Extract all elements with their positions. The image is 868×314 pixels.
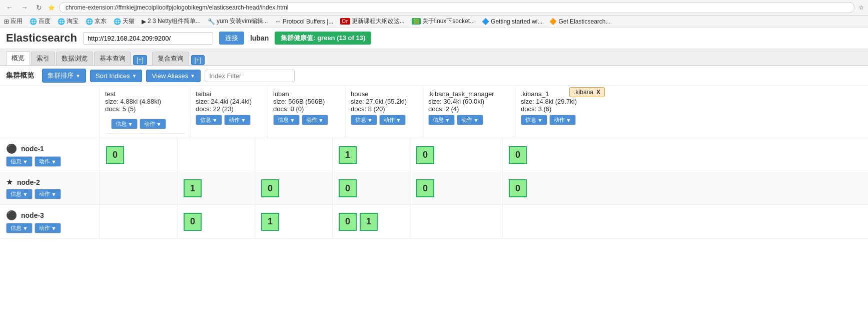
luban-action-button[interactable]: 动作 ▼ <box>302 115 328 125</box>
bookmark-protobuf[interactable]: ↔ Protocol Buffers |... <box>275 18 334 25</box>
index-col-house: house size: 27.6ki (55.2ki)docs: 8 (20) … <box>346 86 423 138</box>
bookmark-yum[interactable]: 🔧 yum 安装vim编辑... <box>208 17 268 26</box>
bookmark-jd[interactable]: 🌐 京东 <box>86 17 107 26</box>
house-action-button[interactable]: 动作 ▼ <box>379 115 406 125</box>
baidu-icon: 🌐 <box>30 18 37 25</box>
getting-started-icon: 🔷 <box>482 18 489 25</box>
kibana-tooltip-close[interactable]: X <box>596 89 600 96</box>
apps-icon: ⊞ <box>4 18 9 25</box>
shard-box: 0 <box>339 179 357 197</box>
bookmark-yum-label: yum 安装vim编辑... <box>217 17 268 26</box>
tab-compound-query-plus[interactable]: [+] <box>191 55 205 65</box>
node-1-shard-test: 0 <box>100 138 178 172</box>
node-2-action-button[interactable]: 动作 ▼ <box>35 189 61 199</box>
index-meta-luban: size: 566B (566B)docs: 0 (0) <box>273 98 340 113</box>
index-col-luban: luban size: 566B (566B)docs: 0 (0) 信息 ▼ … <box>268 86 346 138</box>
bookmark-course[interactable]: On 更新课程大纲改这... <box>340 17 404 26</box>
bookmark-baidu[interactable]: 🌐 百度 <box>30 17 51 26</box>
node-1-circle-icon: ⚫ <box>6 143 17 154</box>
node-1-btn-group: 信息 ▼ 动作 ▼ <box>6 156 94 167</box>
taibai-info-button[interactable]: 信息 ▼ <box>196 115 222 125</box>
luban-info-button[interactable]: 信息 ▼ <box>273 115 300 125</box>
node-1-info-button[interactable]: 信息 ▼ <box>6 156 33 167</box>
index-meta-house: size: 27.6ki (55.2ki)docs: 8 (20) <box>351 98 418 113</box>
node-1-action-arrow: ▼ <box>51 159 57 165</box>
sort-indices-button[interactable]: Sort Indices ▼ <box>90 70 143 82</box>
yum-icon: 🔧 <box>208 18 215 25</box>
bookmark-jd-label: 京东 <box>95 17 107 26</box>
house-info-arrow: ▼ <box>367 117 373 123</box>
bookmark-tmall[interactable]: 🌐 天猫 <box>114 17 135 26</box>
tab-compound-query[interactable]: 复合查询 <box>152 52 189 65</box>
bookmark-tmall-label: 天猫 <box>123 17 135 26</box>
bookmark-getting-started-label: Getting started wi... <box>491 18 542 25</box>
node-1-action-button[interactable]: 动作 ▼ <box>35 156 61 167</box>
bookmark-netty-label: 2 3 Netty组件简单... <box>148 17 201 26</box>
shard-box: 0 <box>416 179 434 197</box>
bookmark-socket[interactable]: 🟩 关于linux下socket... <box>412 17 475 26</box>
node-2-shard-kibana-task: 0 <box>410 172 503 204</box>
node-1-shard-kibana-task: 0 <box>410 138 503 172</box>
back-button[interactable]: ← <box>4 3 15 13</box>
view-aliases-button[interactable]: View Aliases ▼ <box>146 70 201 82</box>
cluster-sort-button[interactable]: 集群排序 ▼ <box>42 69 86 83</box>
node-3-shard-taibai: 0 <box>178 205 255 238</box>
nav-tabs: 概览 索引 数据浏览 基本查询 [+] 复合查询 [+] <box>0 49 868 66</box>
test-action-button[interactable]: 动作 ▼ <box>140 119 166 129</box>
view-aliases-arrow: ▼ <box>190 73 195 79</box>
tab-overview[interactable]: 概览 <box>6 51 30 65</box>
shard-box: 1 <box>360 213 378 231</box>
node-1-shard-house: 1 <box>333 138 410 172</box>
kibana1-action-button[interactable]: 动作 ▼ <box>549 115 576 125</box>
house-info-button[interactable]: 信息 ▼ <box>351 115 377 125</box>
bookmark-apps-label: 应用 <box>11 17 23 26</box>
node-row-3: ⚫ node-3 信息 ▼ 动作 ▼ 0 1 <box>0 205 868 239</box>
node-2-info-arrow: ▼ <box>23 191 28 197</box>
index-filter-input[interactable] <box>205 70 295 82</box>
indices-header-row: test size: 4.88ki (4.88ki)docs: 5 (5) 信息… <box>0 86 868 138</box>
bookmark-taobao[interactable]: 🌐 淘宝 <box>58 17 79 26</box>
node-2-shard-house: 0 <box>333 172 410 204</box>
taobao-icon: 🌐 <box>58 18 65 25</box>
node-2-info-button[interactable]: 信息 ▼ <box>6 189 33 199</box>
kibana-task-info-button[interactable]: 信息 ▼ <box>428 115 455 125</box>
index-meta-kibana1: size: 14.8ki (29.7ki)docs: 3 (6) <box>521 98 601 113</box>
connect-button[interactable]: 连接 <box>219 32 244 45</box>
taibai-action-button[interactable]: 动作 ▼ <box>224 115 251 125</box>
index-col-taibai: taibai size: 24.4ki (24.4ki)docs: 22 (23… <box>191 86 268 138</box>
tab-index[interactable]: 索引 <box>31 52 55 65</box>
bookmark-star[interactable]: ☆ <box>858 4 864 11</box>
kibana-task-action-button[interactable]: 动作 ▼ <box>457 115 483 125</box>
view-aliases-label: View Aliases <box>152 72 188 80</box>
shard-box: 1 <box>184 179 202 197</box>
protobuf-icon: ↔ <box>275 18 281 25</box>
course-icon: On <box>340 18 350 25</box>
bookmark-getting-started[interactable]: 🔷 Getting started wi... <box>482 18 542 25</box>
tab-basic-query[interactable]: 基本查询 <box>94 52 131 65</box>
node-2-action-arrow: ▼ <box>51 191 57 197</box>
kibana-tooltip-label: .kibana <box>574 89 593 96</box>
bookmark-get-elastic[interactable]: 🔶 Get Elasticsearch... <box>549 18 610 25</box>
test-info-button[interactable]: 信息 ▼ <box>111 119 138 129</box>
bookmark-netty[interactable]: ▶ 2 3 Netty组件简单... <box>142 17 201 26</box>
node-3-header: ⚫ node-3 <box>6 210 94 221</box>
bookmark-apps[interactable]: ⊞ 应用 <box>4 17 23 26</box>
jd-icon: 🌐 <box>86 18 93 25</box>
kibana1-info-button[interactable]: 信息 ▼ <box>521 115 547 125</box>
tab-basic-query-plus[interactable]: [+] <box>133 55 147 65</box>
netty-icon: ▶ <box>142 18 146 25</box>
node-3-info-button[interactable]: 信息 ▼ <box>6 223 33 233</box>
taibai-action-arrow: ▼ <box>241 117 246 123</box>
luban-action-arrow: ▼ <box>318 117 324 123</box>
browser-url[interactable]: chrome-extension://ffmkiejjmecoipliooifp… <box>59 2 854 13</box>
node-1-shard-kibana1: 0 <box>503 138 593 172</box>
node-3-name: node-3 <box>21 211 44 219</box>
node-3-action-button[interactable]: 动作 ▼ <box>35 223 61 233</box>
reload-button[interactable]: ↻ <box>34 3 44 13</box>
tab-data-browser[interactable]: 数据浏览 <box>56 52 93 65</box>
url-input[interactable] <box>83 32 213 45</box>
index-meta-taibai: size: 24.4ki (24.4ki)docs: 22 (23) <box>196 98 263 113</box>
forward-button[interactable]: → <box>19 3 30 13</box>
node-1-header: ⚫ node-1 <box>6 143 94 154</box>
node-1-shard-luban <box>255 138 333 172</box>
